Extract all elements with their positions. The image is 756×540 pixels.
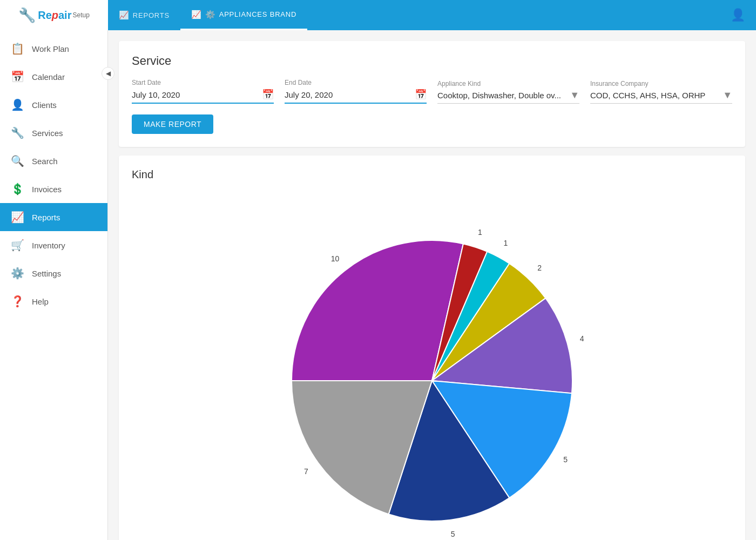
- insurance-company-group: Insurance Company COD, CCHS, AHS, HSA, O…: [590, 80, 732, 104]
- pie-label-1: 1: [478, 228, 482, 237]
- nav-reports-label: REPORTS: [133, 11, 170, 19]
- pie-chart-wrapper: 101124557: [132, 186, 732, 540]
- trend-icon-appliances: 📈: [191, 10, 202, 19]
- sidebar-collapse-button[interactable]: ◀: [102, 67, 114, 80]
- sidebar-label-services: Services: [32, 129, 63, 138]
- calendar-icon: 📅: [11, 70, 24, 83]
- nav-reports[interactable]: 📈 REPORTS: [108, 0, 180, 30]
- clients-icon: 👤: [11, 98, 24, 111]
- start-date-row[interactable]: July 10, 2020 📅: [132, 89, 274, 104]
- sidebar-label-work-plan: Work Plan: [32, 44, 69, 53]
- pie-label-3: 2: [537, 264, 542, 272]
- sidebar-item-help[interactable]: ❓ Help: [0, 287, 107, 315]
- service-title: Service: [132, 54, 732, 68]
- pie-label-7: 7: [304, 467, 308, 476]
- sidebar-item-reports[interactable]: 📈 Reports: [0, 203, 107, 231]
- end-date-value: July 20, 2020: [285, 90, 410, 99]
- pie-label-5: 5: [563, 455, 568, 464]
- start-date-label: Start Date: [132, 79, 274, 86]
- insurance-company-row[interactable]: COD, CCHS, AHS, HSA, ORHP ▼: [590, 90, 732, 104]
- start-date-value: July 10, 2020: [132, 90, 258, 99]
- sidebar-item-inventory[interactable]: 🛒 Inventory: [0, 231, 107, 259]
- trend-icon-reports: 📈: [119, 10, 130, 20]
- work-plan-icon: 📋: [11, 42, 24, 55]
- start-date-calendar-icon[interactable]: 📅: [262, 89, 274, 100]
- nav-appliances-label: APPLIANCES BRAND: [219, 10, 297, 18]
- kind-title: Kind: [132, 168, 732, 181]
- start-date-group: Start Date July 10, 2020 📅: [132, 79, 274, 104]
- search-icon: 🔍: [11, 154, 24, 167]
- reports-icon: 📈: [11, 211, 24, 224]
- pie-label-0: 10: [331, 254, 340, 263]
- appliance-kind-row[interactable]: Cooktop, Dishwasher, Double ov... ▼: [437, 90, 579, 104]
- sidebar-item-settings[interactable]: ⚙️ Settings: [0, 259, 107, 287]
- sidebar-item-search[interactable]: 🔍 Search: [0, 147, 107, 175]
- settings-icon: ⚙️: [11, 267, 24, 280]
- sidebar-label-clients: Clients: [32, 100, 57, 110]
- nav-appliances-brand[interactable]: 📈 ⚙️ APPLIANCES BRAND: [180, 0, 307, 30]
- filters-row: Start Date July 10, 2020 📅 End Date July…: [132, 79, 732, 104]
- sidebar-item-calendar[interactable]: 📅 Calendar: [0, 63, 107, 91]
- appliance-kind-dropdown-icon[interactable]: ▼: [570, 90, 579, 101]
- services-icon: 🔧: [11, 126, 24, 139]
- insurance-company-dropdown-icon[interactable]: ▼: [723, 90, 732, 101]
- gear-icon: ⚙️: [205, 10, 216, 19]
- sidebar-label-inventory: Inventory: [32, 241, 65, 250]
- end-date-row[interactable]: July 20, 2020 📅: [285, 89, 427, 104]
- pie-label-4: 4: [580, 334, 584, 343]
- insurance-company-label: Insurance Company: [590, 80, 732, 87]
- kind-card: Kind 101124557: [119, 156, 745, 540]
- pie-label-2: 1: [504, 239, 508, 247]
- end-date-calendar-icon[interactable]: 📅: [415, 89, 427, 100]
- insurance-company-value: COD, CCHS, AHS, HSA, ORHP: [590, 91, 718, 100]
- inventory-icon: 🛒: [11, 239, 24, 252]
- app-logo: 🔧 Repair Setup: [0, 0, 108, 30]
- sidebar-label-settings: Settings: [32, 269, 61, 278]
- sidebar-item-clients[interactable]: 👤 Clients: [0, 91, 107, 119]
- sidebar-item-services[interactable]: 🔧 Services: [0, 119, 107, 147]
- make-report-button[interactable]: MAKE REPORT: [132, 114, 213, 134]
- sidebar-label-help: Help: [32, 297, 49, 306]
- pie-chart: 101124557: [211, 197, 653, 540]
- user-avatar[interactable]: 👤: [731, 8, 745, 22]
- sidebar-label-invoices: Invoices: [32, 185, 62, 194]
- sidebar-label-reports: Reports: [32, 213, 60, 222]
- sidebar-label-search: Search: [32, 157, 58, 166]
- sidebar-item-invoices[interactable]: 💲 Invoices: [0, 175, 107, 203]
- pie-label-6: 5: [451, 530, 455, 538]
- service-card: Service Start Date July 10, 2020 📅 End D…: [119, 41, 745, 147]
- sidebar-label-calendar: Calendar: [32, 72, 65, 82]
- end-date-group: End Date July 20, 2020 📅: [285, 79, 427, 104]
- appliance-kind-value: Cooktop, Dishwasher, Double ov...: [437, 91, 565, 100]
- appliance-kind-group: Appliance Kind Cooktop, Dishwasher, Doub…: [437, 80, 579, 104]
- end-date-label: End Date: [285, 79, 427, 86]
- appliance-kind-label: Appliance Kind: [437, 80, 579, 87]
- sidebar-item-work-plan[interactable]: 📋 Work Plan: [0, 35, 107, 63]
- invoices-icon: 💲: [11, 183, 24, 195]
- help-icon: ❓: [11, 295, 24, 308]
